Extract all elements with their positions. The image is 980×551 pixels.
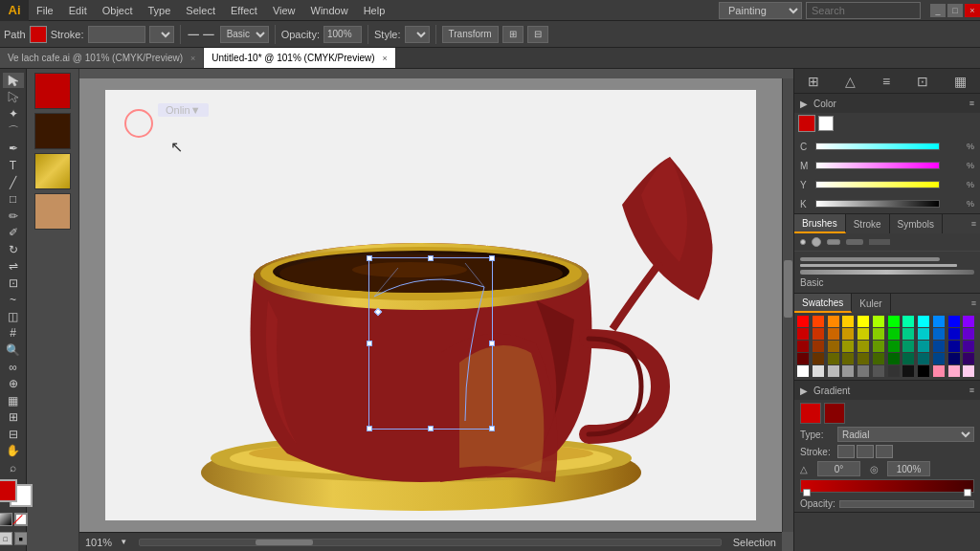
symbol-sprayer-tool[interactable]: ⊕ <box>3 376 24 391</box>
swatch-cell[interactable] <box>842 316 854 327</box>
aspect-input[interactable] <box>887 461 930 476</box>
h-scrollbar[interactable] <box>139 539 722 546</box>
swatch-cell[interactable] <box>797 316 809 327</box>
gradient-stop-left[interactable] <box>803 489 811 496</box>
menu-file[interactable]: File <box>29 0 61 20</box>
swatch-cell[interactable] <box>948 365 960 377</box>
swatch-cell[interactable] <box>948 341 960 352</box>
swatch-cell[interactable] <box>873 328 884 340</box>
tab-velach-close[interactable]: × <box>190 54 195 63</box>
brush-dot-1[interactable] <box>800 239 806 245</box>
swatch-brown[interactable] <box>34 113 71 149</box>
swatch-cell[interactable] <box>828 365 839 377</box>
slice-tool[interactable]: ⊟ <box>3 427 24 442</box>
swatch-cell[interactable] <box>902 328 914 340</box>
screen-mode-btn2[interactable]: ■ <box>14 532 28 545</box>
swatch-cell[interactable] <box>888 353 900 364</box>
swatch-cell[interactable] <box>902 341 914 352</box>
magenta-slider[interactable] <box>815 162 940 169</box>
swatch-cell[interactable] <box>918 341 929 352</box>
align-button[interactable]: ⊞ <box>502 26 523 43</box>
gradient-color-swatch2[interactable] <box>824 403 845 424</box>
swatch-cell[interactable] <box>842 341 854 352</box>
swatch-cell[interactable] <box>918 328 929 340</box>
swatch-cell[interactable] <box>873 365 884 377</box>
swatch-cell[interactable] <box>813 341 824 352</box>
eyedropper-tool[interactable]: 🔍 <box>3 342 24 358</box>
swatch-cell[interactable] <box>873 316 884 327</box>
black-slider[interactable] <box>815 200 940 208</box>
swatch-cell[interactable] <box>873 341 884 352</box>
gradient-color-swatch1[interactable] <box>800 403 821 424</box>
swatch-cell[interactable] <box>888 341 900 352</box>
swatch-cell[interactable] <box>933 353 945 364</box>
swatch-tan[interactable] <box>34 193 71 230</box>
canvas-area[interactable]: Onlin▼ ↖ <box>79 69 793 551</box>
stroke-opt1[interactable] <box>837 445 855 458</box>
style-select[interactable] <box>405 26 430 43</box>
tab-swatches[interactable]: Swatches <box>794 294 852 313</box>
gradient-panel-collapse[interactable]: ▶ <box>800 386 808 396</box>
tab-velach[interactable]: Ve lach cafe.ai @ 101% (CMYK/Preview) × <box>0 48 204 68</box>
brushes-panel-menu[interactable]: ≡ <box>968 219 980 229</box>
none-swatch[interactable] <box>14 513 28 526</box>
swatch-cell[interactable] <box>828 316 839 327</box>
tab-symbols[interactable]: Symbols <box>890 214 943 233</box>
swatch-cell[interactable] <box>858 353 869 364</box>
transform-button[interactable]: Transform <box>442 26 499 43</box>
swatch-cell[interactable] <box>797 353 809 364</box>
swatch-cell[interactable] <box>918 353 929 364</box>
swatch-cell[interactable] <box>842 365 854 377</box>
screen-mode-btn1[interactable]: □ <box>0 532 12 545</box>
fg-color-box[interactable] <box>798 115 815 132</box>
zoom-tool[interactable]: ⌕ <box>3 460 24 475</box>
gradient-panel-menu[interactable]: ≡ <box>969 386 974 395</box>
tab-brushes[interactable]: Brushes <box>794 214 846 233</box>
search-input[interactable] <box>806 2 921 19</box>
distort-button[interactable]: ⊟ <box>527 26 548 43</box>
gradient-stop-right[interactable] <box>964 489 971 496</box>
stroke-input[interactable] <box>88 26 145 43</box>
brush-style-select[interactable]: Basic <box>220 26 269 43</box>
scroll-thumb-v[interactable] <box>784 260 792 318</box>
hand-tool[interactable]: ✋ <box>3 443 24 458</box>
line-tool[interactable]: ╱ <box>3 175 24 190</box>
blend-tool[interactable]: ∞ <box>3 360 24 375</box>
swatch-cell[interactable] <box>797 328 809 340</box>
h-scroll-thumb[interactable] <box>256 540 313 545</box>
stroke-color-box[interactable] <box>30 26 47 43</box>
swatch-cell[interactable] <box>813 365 824 377</box>
panel-icon-3[interactable]: ≡ <box>882 74 890 89</box>
swatch-cell[interactable] <box>842 328 854 340</box>
swatch-cell[interactable] <box>873 353 884 364</box>
swatch-cell[interactable] <box>933 316 945 327</box>
angle-input[interactable] <box>817 461 860 476</box>
swatch-cell[interactable] <box>888 365 900 377</box>
rotate-tool[interactable]: ↻ <box>3 242 24 257</box>
swatch-cell[interactable] <box>963 353 974 364</box>
reflect-tool[interactable]: ⇌ <box>3 258 24 274</box>
maximize-button[interactable]: □ <box>947 4 963 17</box>
menu-select[interactable]: Select <box>178 0 223 20</box>
panel-icon-4[interactable]: ⊡ <box>917 74 928 89</box>
tab-untitled[interactable]: Untitled-10* @ 101% (CMYK/Preview) × <box>204 48 395 68</box>
swatch-cell[interactable] <box>963 316 974 327</box>
brush-dot-2[interactable] <box>812 237 821 247</box>
tab-kuler[interactable]: Kuler <box>852 294 890 313</box>
gradient-tool[interactable]: ◫ <box>3 309 24 324</box>
mesh-tool[interactable]: # <box>3 326 24 342</box>
swatch-cell[interactable] <box>948 328 960 340</box>
color-panel-menu[interactable]: ≡ <box>969 99 974 108</box>
swatch-cell[interactable] <box>858 328 869 340</box>
swatch-red[interactable] <box>34 73 71 109</box>
stroke-opt3[interactable] <box>876 445 893 458</box>
panel-icon-5[interactable]: ▦ <box>954 74 967 89</box>
swatch-cell[interactable] <box>933 365 945 377</box>
type-tool[interactable]: T <box>3 158 24 173</box>
yellow-slider[interactable] <box>815 181 940 188</box>
opacity-slider[interactable] <box>839 500 974 508</box>
tab-untitled-close[interactable]: × <box>383 54 388 63</box>
swatch-cell[interactable] <box>902 316 914 327</box>
cyan-slider[interactable] <box>815 143 940 150</box>
brush-stroke-2[interactable] <box>846 239 863 245</box>
